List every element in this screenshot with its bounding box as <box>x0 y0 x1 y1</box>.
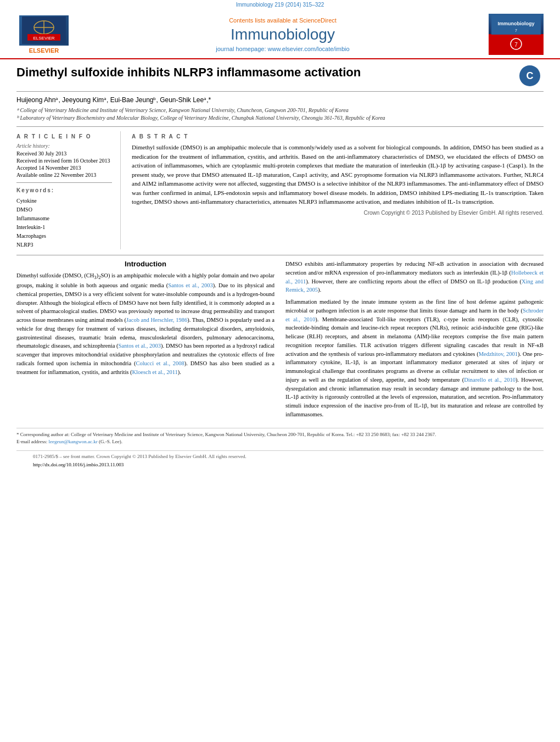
intro-right-p2: Inflammation mediated by the innate immu… <box>285 298 544 419</box>
affiliation-a: ᵃ College of Veterinary Medicine and Ins… <box>16 107 544 114</box>
intro-title: Introduction <box>16 260 275 268</box>
bottom-strip: 0171-2985/$ – see front matter. Crown Co… <box>16 450 544 462</box>
article-info-col: A R T I C L E I N F O Article history: R… <box>16 131 121 249</box>
keyword-cytokine: Cytokine <box>16 197 112 205</box>
authors-line: Huijeong Ahnᵃ, Jeeyoung Kimᵃ, Eui-Bae Je… <box>16 96 544 104</box>
elsevier-text: ELSEVIER <box>29 47 59 54</box>
journal-logo-right: Immunobiology 7 7 <box>489 14 544 55</box>
keywords-header: Keywords: <box>16 187 112 193</box>
journal-header: ELSEVIER ELSEVIER Contents lists availab… <box>0 9 560 59</box>
body-two-col: Introduction Dimethyl sulfoxide (DMSO, (… <box>16 260 544 422</box>
abstract-text: Dimethyl sulfoxide (DMSO) is an amphipat… <box>132 143 544 207</box>
journal-homepage: journal homepage: www.elsevier.com/locat… <box>88 46 478 52</box>
sciencedirect-link[interactable]: ScienceDirect <box>299 17 337 24</box>
svg-text:C: C <box>527 70 534 81</box>
svg-text:ELSEVIER: ELSEVIER <box>33 36 54 41</box>
ref-dinarello-2010[interactable]: Dinarello et al., 2010 <box>464 377 516 383</box>
ref-hollebeeck-2011[interactable]: Hollebeeck et al., 2011 <box>285 270 544 284</box>
ref-santos-2003b[interactable]: Santos et al., 2003 <box>119 343 161 349</box>
top-journal-link-text: Immunobiology 219 (2014) 315–322 <box>236 2 324 8</box>
keyword-macrophages: Macrophages <box>16 232 112 241</box>
body-section: Introduction Dimethyl sulfoxide (DMSO, (… <box>16 255 544 446</box>
svg-text:Immunobiology: Immunobiology <box>498 21 535 26</box>
elsevier-logo-box: ELSEVIER <box>19 15 69 46</box>
affiliations: ᵃ College of Veterinary Medicine and Ins… <box>16 107 544 122</box>
ref-xing-remick[interactable]: Xing and Remick, 2005 <box>285 278 544 293</box>
header-right: Immunobiology 7 7 <box>489 14 549 55</box>
available-date: Available online 22 November 2013 <box>16 172 112 178</box>
ref-schroder-2010[interactable]: Schroder et al., 2010 <box>285 308 544 322</box>
affiliation-b: ᵇ Laboratory of Veterinary Biochemistry … <box>16 114 544 122</box>
ref-kloesch-2011[interactable]: Kloesch et al., 2011 <box>132 369 178 375</box>
header-center: Contents lists available at ScienceDirec… <box>77 17 489 52</box>
received-revised-date: Received in revised form 16 October 2013 <box>16 158 112 164</box>
footnote-email-label: E-mail address: <box>16 439 47 444</box>
bottom-issn: 0171-2985/$ – see front matter. Crown Co… <box>33 454 247 459</box>
journal-title: Immunobiology <box>88 26 478 43</box>
footnote-section: * Corresponding author at: College of Ve… <box>16 428 544 446</box>
svg-text:7: 7 <box>514 42 518 48</box>
footnote-email-name: (G.-S. Lee). <box>99 439 122 444</box>
bottom-doi-line: http://dx.doi.org/10.1016/j.imbio.2013.1… <box>16 462 544 470</box>
article-content: Dimethyl sulfoxide inhibits NLRP3 inflam… <box>0 59 560 476</box>
keyword-dmso: DMSO <box>16 205 112 214</box>
footnote-star-text: * Corresponding author at: College of Ve… <box>16 431 544 439</box>
contents-text: Contents lists available at <box>229 17 298 24</box>
ref-santos-2003[interactable]: Santos et al., 2003 <box>168 282 213 288</box>
accepted-date: Accepted 14 November 2013 <box>16 165 112 171</box>
homepage-url[interactable]: www.elsevier.com/locate/imbio <box>268 46 350 52</box>
crossmark-circle: C <box>519 65 540 86</box>
ref-colucci-2008[interactable]: Colucci et al., 2008 <box>136 360 184 366</box>
keywords-list: Cytokine DMSO Inflammasome Interleukin-1… <box>16 197 112 249</box>
article-title-section: Dimethyl sulfoxide inhibits NLRP3 inflam… <box>16 65 544 92</box>
svg-text:7: 7 <box>515 29 517 32</box>
article-title: Dimethyl sulfoxide inhibits NLRP3 inflam… <box>16 65 516 81</box>
elsevier-logo: ELSEVIER ELSEVIER <box>11 15 77 54</box>
received-date: Received 30 July 2013 <box>16 150 112 157</box>
homepage-label: journal homepage: <box>216 46 266 52</box>
article-info-abstract: A R T I C L E I N F O Article history: R… <box>16 126 544 249</box>
body-right-col: DMSO exhibits anti-inflammatory properti… <box>285 260 544 422</box>
crossmark-logo[interactable]: C <box>516 65 544 87</box>
keyword-interleukin: Interleukin-1 <box>16 223 112 232</box>
ref-medzhitov-2001[interactable]: Medzhitov, 2001 <box>479 351 518 357</box>
intro-left-p1: Dimethyl sulfoxide (DMSO, (CH3)2SO) is a… <box>16 271 275 376</box>
article-info-header: A R T I C L E I N F O <box>16 133 112 140</box>
page-container: Immunobiology 219 (2014) 315–322 ELSEVIE… <box>0 0 560 742</box>
intro-right-p1: DMSO exhibits anti-inflammatory properti… <box>285 260 544 294</box>
keyword-inflammasome: Inflammasome <box>16 214 112 223</box>
article-history-label: Article history: <box>16 143 112 149</box>
abstract-header: A B S T R A C T <box>132 133 544 140</box>
top-journal-link: Immunobiology 219 (2014) 315–322 <box>0 0 560 9</box>
footnote-email-line: E-mail address: leegeun@kangwon.ac.kr (G… <box>16 438 544 446</box>
keyword-nlrp3: NLRP3 <box>16 241 112 249</box>
science-direct-link: Contents lists available at ScienceDirec… <box>88 17 478 24</box>
body-left-col: Introduction Dimethyl sulfoxide (DMSO, (… <box>16 260 275 422</box>
header-left: ELSEVIER ELSEVIER <box>11 15 77 54</box>
ref-jacob-1986[interactable]: Jacob and Herschler, 1986 <box>126 317 187 323</box>
abstract-col: A B S T R A C T Dimethyl sulfoxide (DMSO… <box>132 131 544 249</box>
bottom-doi-link[interactable]: http://dx.doi.org/10.1016/j.imbio.2013.1… <box>33 462 124 467</box>
footnote-email-link[interactable]: leegeun@kangwon.ac.kr <box>48 439 97 444</box>
copyright-line: Crown Copyright © 2013 Published by Else… <box>132 210 544 216</box>
